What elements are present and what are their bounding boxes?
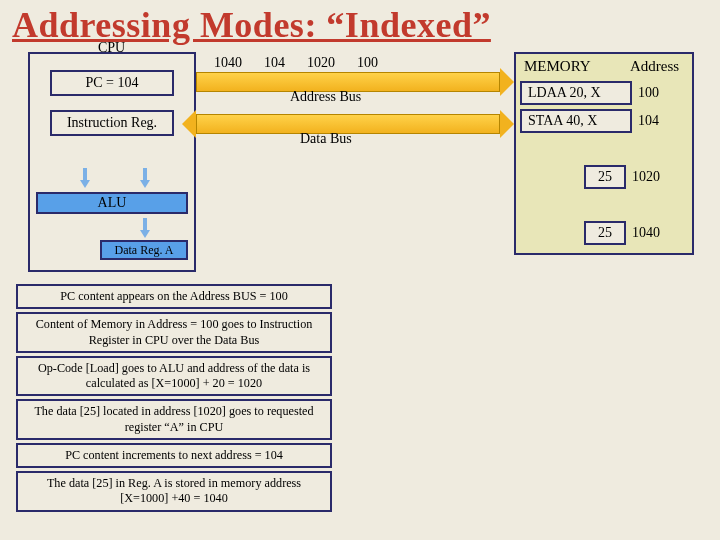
memory-cell-value: 25 [584,165,626,189]
pc-register: PC = 104 [50,70,174,96]
memory-cell-addr: 1040 [628,223,686,243]
step-box: Content of Memory in Address = 100 goes … [16,312,332,353]
memory-header-label: MEMORY [516,54,626,79]
addr-bus-val: 104 [264,55,285,71]
memory-row: LDAA 20, X 100 [516,79,692,107]
addr-bus-val: 1020 [307,55,335,71]
memory-row: 25 1020 [516,163,692,191]
arrow-right-icon [500,110,514,138]
addr-bus-val: 100 [357,55,378,71]
address-bus-values: 1040 104 1020 100 [214,55,494,71]
instruction-register: Instruction Reg. [50,110,174,136]
memory-row: 25 1040 [516,219,692,247]
alu-block: ALU [36,192,188,214]
memory-header-address: Address [626,54,692,79]
memory-cell-addr: 104 [634,111,692,131]
memory-row: STAA 40, X 104 [516,107,692,135]
memory-cell-instr: LDAA 20, X [520,81,632,105]
memory-cell-value: 25 [584,221,626,245]
steps-list: PC content appears on the Address BUS = … [16,284,332,515]
arrow-down-icon [140,230,150,238]
data-register-a: Data Reg. A [100,240,188,260]
data-bus-label: Data Bus [300,131,352,147]
arrow-down-icon [80,180,90,188]
memory-cell-addr: 100 [634,83,692,103]
step-box: PC content increments to next address = … [16,443,332,468]
arrow-right-icon [500,68,514,96]
address-bus-label: Address Bus [290,89,361,105]
step-box: Op-Code [Load] goes to ALU and address o… [16,356,332,397]
memory-cell-addr: 1020 [628,167,686,187]
memory-cell-instr: STAA 40, X [520,109,632,133]
memory-header: MEMORY Address [516,54,692,79]
addr-bus-val: 1040 [214,55,242,71]
step-box: PC content appears on the Address BUS = … [16,284,332,309]
arrow-left-icon [182,110,196,138]
step-box: The data [25] located in address [1020] … [16,399,332,440]
memory-box: MEMORY Address LDAA 20, X 100 STAA 40, X… [514,52,694,255]
step-box: The data [25] in Reg. A is stored in mem… [16,471,332,512]
arrow-down-icon [140,180,150,188]
